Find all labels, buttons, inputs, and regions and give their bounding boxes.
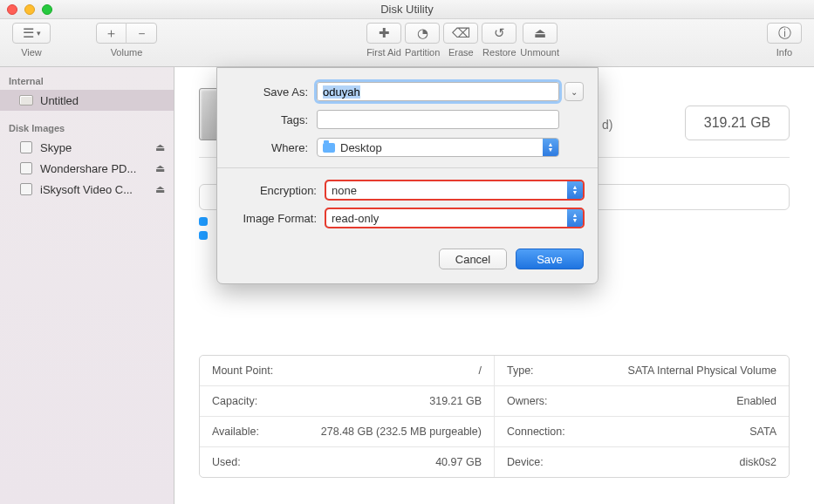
info-value: 278.48 GB (232.5 MB purgeable) bbox=[321, 426, 482, 438]
eject-icon[interactable]: ⏏ bbox=[155, 162, 165, 174]
toolbar-label: Partition bbox=[405, 47, 440, 58]
partition-button[interactable]: ◔ bbox=[405, 23, 440, 44]
where-value: Desktop bbox=[340, 141, 382, 154]
toolbar-label: Restore bbox=[482, 47, 516, 58]
info-key: Connection: bbox=[507, 426, 565, 438]
info-key: Owners: bbox=[507, 395, 548, 407]
sidebar: Internal Untitled Disk Images Skype ⏏ Wo… bbox=[0, 67, 174, 504]
unmount-button[interactable]: ⏏ bbox=[523, 23, 557, 44]
toolbar: ☰▾ View ＋ － Volume ✚First Aid ◔Partition… bbox=[0, 19, 814, 67]
restore-button[interactable]: ↺ bbox=[482, 23, 516, 44]
updown-icon: ▲▼ bbox=[567, 209, 583, 227]
sidebar-icon: ☰ bbox=[23, 25, 34, 41]
sidebar-item-wondershare[interactable]: Wondershare PD... ⏏ bbox=[0, 158, 174, 179]
updown-icon: ▲▼ bbox=[543, 139, 558, 156]
diskimage-icon bbox=[19, 182, 33, 196]
sidebar-item-untitled[interactable]: Untitled bbox=[0, 90, 174, 111]
where-label: Where: bbox=[231, 141, 308, 154]
toolbar-label: Erase bbox=[448, 47, 474, 58]
save-as-label: Save As: bbox=[231, 85, 308, 99]
volume-add-icon[interactable]: ＋ bbox=[97, 23, 127, 44]
encryption-label: Encryption: bbox=[231, 184, 317, 197]
info-key: Device: bbox=[507, 456, 544, 468]
info-value: 319.21 GB bbox=[429, 395, 482, 407]
legend-dot-icon bbox=[199, 231, 208, 240]
zoom-window-icon[interactable] bbox=[42, 4, 52, 15]
save-button[interactable]: Save bbox=[516, 249, 584, 269]
erase-button[interactable]: ⌫ bbox=[443, 23, 478, 44]
volume-remove-icon[interactable]: － bbox=[127, 23, 156, 44]
titlebar: Disk Utility bbox=[0, 0, 814, 19]
tags-input[interactable] bbox=[317, 110, 559, 129]
info-icon: ⓘ bbox=[778, 25, 791, 42]
partial-text: d) bbox=[602, 118, 612, 132]
legend-dot-icon bbox=[199, 217, 208, 226]
eject-icon: ⏏ bbox=[534, 25, 546, 41]
info-key: Available: bbox=[212, 426, 259, 438]
sidebar-item-skype[interactable]: Skype ⏏ bbox=[0, 137, 174, 158]
diskimage-icon bbox=[19, 161, 33, 175]
sidebar-item-label: iSkysoft Video C... bbox=[40, 183, 133, 196]
toolbar-label: Info bbox=[776, 47, 792, 58]
sidebar-item-iskysoft[interactable]: iSkysoft Video C... ⏏ bbox=[0, 179, 174, 200]
info-button[interactable]: ⓘ bbox=[767, 23, 802, 44]
cancel-button[interactable]: Cancel bbox=[439, 249, 507, 269]
window-controls bbox=[7, 4, 52, 15]
stethoscope-icon: ✚ bbox=[379, 25, 390, 41]
minimize-window-icon[interactable] bbox=[24, 4, 35, 15]
tags-label: Tags: bbox=[231, 113, 308, 126]
info-table: Mount Point:/ Type:SATA Internal Physica… bbox=[199, 355, 790, 478]
view-button[interactable]: ☰▾ bbox=[12, 23, 51, 44]
image-format-label: Image Format: bbox=[231, 212, 317, 225]
close-window-icon[interactable] bbox=[7, 4, 17, 15]
info-key: Used: bbox=[212, 456, 241, 468]
chevron-down-icon: ▾ bbox=[37, 29, 41, 37]
info-key: Type: bbox=[507, 364, 534, 377]
volume-button[interactable]: ＋ － bbox=[96, 23, 157, 44]
info-key: Capacity: bbox=[212, 395, 257, 407]
info-value: disk0s2 bbox=[740, 456, 776, 468]
restore-icon: ↺ bbox=[494, 25, 505, 41]
toolbar-center: ✚First Aid ◔Partition ⌫Erase ↺Restore ⏏U… bbox=[159, 23, 767, 58]
diskimage-icon bbox=[19, 140, 33, 154]
toolbar-label: Unmount bbox=[520, 47, 559, 58]
sidebar-heading-internal: Internal bbox=[0, 72, 174, 90]
toolbar-label: View bbox=[21, 47, 42, 58]
image-format-value: read-only bbox=[332, 212, 379, 225]
legend-dots bbox=[199, 217, 208, 245]
info-value: 40.97 GB bbox=[435, 456, 482, 468]
image-format-select[interactable]: read-only ▲▼ bbox=[325, 208, 584, 228]
toolbar-info-group: ⓘ Info bbox=[767, 23, 802, 58]
expand-button[interactable]: ⌄ bbox=[564, 82, 584, 101]
info-value: SATA bbox=[749, 426, 776, 438]
info-key: Mount Point: bbox=[212, 364, 273, 377]
toolbar-label: Volume bbox=[111, 47, 143, 58]
toolbar-label: First Aid bbox=[366, 47, 401, 58]
button-label: Save bbox=[537, 253, 563, 266]
first-aid-button[interactable]: ✚ bbox=[366, 23, 401, 44]
info-value: Enabled bbox=[736, 395, 776, 407]
toolbar-volume-group: ＋ － Volume bbox=[96, 23, 157, 58]
chevron-down-icon: ⌄ bbox=[571, 87, 578, 97]
encryption-value: none bbox=[332, 184, 357, 197]
eject-icon[interactable]: ⏏ bbox=[155, 183, 165, 195]
encryption-select[interactable]: none ▲▼ bbox=[325, 180, 584, 200]
sidebar-item-label: Skype bbox=[40, 141, 72, 154]
updown-icon: ▲▼ bbox=[567, 181, 583, 199]
pie-icon: ◔ bbox=[417, 25, 428, 41]
capacity-value: 319.21 GB bbox=[704, 115, 771, 131]
button-label: Cancel bbox=[455, 253, 490, 266]
where-select[interactable]: Desktop ▲▼ bbox=[317, 138, 559, 157]
disk-icon bbox=[19, 93, 33, 107]
eject-icon[interactable]: ⏏ bbox=[155, 141, 165, 153]
sidebar-item-label: Untitled bbox=[40, 94, 79, 107]
sidebar-item-label: Wondershare PD... bbox=[40, 162, 136, 175]
info-value: SATA Internal Physical Volume bbox=[628, 364, 776, 377]
save-as-input[interactable] bbox=[317, 82, 559, 101]
capacity-display: 319.21 GB bbox=[685, 106, 790, 140]
folder-icon bbox=[323, 143, 335, 153]
save-dialog: Save As: ⌄ Tags: Where: Desktop ▲▼ Encry… bbox=[216, 67, 599, 284]
erase-icon: ⌫ bbox=[452, 25, 470, 41]
info-value: / bbox=[479, 364, 482, 377]
sidebar-heading-images: Disk Images bbox=[0, 119, 174, 137]
